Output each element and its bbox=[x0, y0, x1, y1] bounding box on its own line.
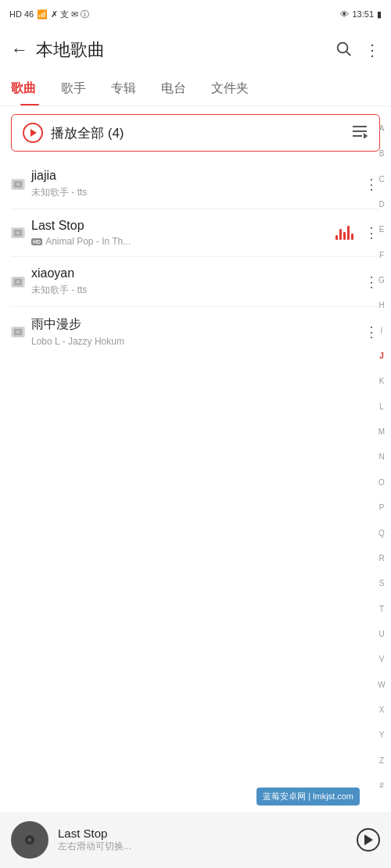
alpha-C[interactable]: C bbox=[378, 176, 384, 184]
status-eye-icon: 👁 bbox=[340, 9, 349, 19]
svg-marker-21 bbox=[364, 834, 373, 845]
search-button[interactable] bbox=[335, 40, 352, 61]
status-bar: HD 46 📶 ✗ 支 ✉ ⓘ 👁 13:51 ▮ bbox=[0, 0, 391, 28]
artist-name: Lobo L - Jazzy Hokum bbox=[31, 336, 124, 347]
now-playing-play-button[interactable] bbox=[357, 828, 380, 852]
watermark: 蓝莓安卓网 | lmkjst.com bbox=[256, 788, 360, 805]
alpha-G[interactable]: G bbox=[378, 277, 385, 284]
song-subtitle: Lobo L - Jazzy Hokum bbox=[31, 336, 363, 347]
now-playing-info: Last Stop 左右滑动可切换... bbox=[58, 827, 347, 853]
song-title: xiaoyan bbox=[31, 266, 363, 280]
alpha-A[interactable]: A bbox=[379, 125, 385, 133]
song-item[interactable]: Last Stop HD Animal Pop - In Th... ⋮ bbox=[11, 209, 380, 257]
song-title: Last Stop bbox=[31, 219, 335, 233]
album-art-icon bbox=[11, 179, 25, 190]
svg-point-14 bbox=[16, 280, 20, 284]
now-playing-controls bbox=[357, 828, 380, 852]
svg-point-11 bbox=[16, 231, 20, 234]
page-title: 本地歌曲 bbox=[36, 38, 327, 62]
status-left: HD 46 📶 ✗ 支 ✉ ⓘ bbox=[9, 9, 89, 20]
song-list: jiajia 未知歌手 - tts ⋮ Last Stop HD Animal … bbox=[0, 159, 391, 356]
status-network: HD 46 bbox=[9, 9, 34, 19]
svg-point-17 bbox=[16, 330, 20, 334]
alpha-S[interactable]: S bbox=[379, 580, 385, 588]
now-playing-avatar bbox=[11, 821, 48, 859]
alpha-E[interactable]: E bbox=[379, 226, 385, 234]
svg-marker-2 bbox=[30, 129, 37, 137]
song-title: jiajia bbox=[31, 169, 363, 183]
alpha-V[interactable]: V bbox=[379, 655, 385, 663]
tab-albums[interactable]: 专辑 bbox=[99, 72, 149, 105]
svg-point-20 bbox=[28, 838, 31, 841]
song-subtitle: HD Animal Pop - In Th... bbox=[31, 236, 335, 247]
equalizer-icon bbox=[335, 226, 353, 240]
alpha-Q[interactable]: Q bbox=[378, 530, 385, 538]
song-item[interactable]: 雨中漫步 Lobo L - Jazzy Hokum ⋮ bbox=[11, 307, 380, 356]
now-playing-subtitle: 左右滑动可切换... bbox=[58, 840, 347, 853]
status-signal: 📶 bbox=[37, 9, 48, 20]
alpha-F[interactable]: F bbox=[379, 252, 384, 259]
alpha-N[interactable]: N bbox=[378, 453, 384, 461]
album-art-icon bbox=[11, 277, 25, 288]
play-all-left: 播放全部 (4) bbox=[23, 123, 124, 143]
more-button[interactable]: ⋮ bbox=[364, 41, 380, 59]
play-all-label: 播放全部 (4) bbox=[51, 124, 124, 142]
alpha-B[interactable]: B bbox=[379, 150, 385, 158]
back-button[interactable]: ← bbox=[11, 40, 28, 60]
alpha-R[interactable]: R bbox=[378, 555, 384, 563]
album-art-icon bbox=[11, 227, 25, 238]
song-item[interactable]: jiajia 未知歌手 - tts ⋮ bbox=[11, 159, 380, 209]
alphabet-sidebar: A B C D E F G H I J K L M N O P Q R S T … bbox=[375, 125, 388, 790]
alpha-H[interactable]: H bbox=[378, 302, 384, 309]
alpha-L[interactable]: L bbox=[379, 403, 384, 411]
status-icons: ✗ 支 ✉ ⓘ bbox=[51, 9, 89, 20]
alpha-U[interactable]: U bbox=[378, 630, 384, 638]
alpha-K[interactable]: K bbox=[379, 377, 385, 385]
sort-icon[interactable] bbox=[351, 124, 368, 142]
alpha-Z[interactable]: Z bbox=[379, 757, 384, 765]
song-right: ⋮ bbox=[335, 224, 380, 241]
artist-name: 未知歌手 - tts bbox=[31, 186, 87, 199]
hd-badge: HD bbox=[31, 238, 42, 245]
song-item[interactable]: xiaoyan 未知歌手 - tts ⋮ bbox=[11, 257, 380, 307]
svg-point-8 bbox=[16, 183, 20, 186]
song-info: xiaoyan 未知歌手 - tts bbox=[31, 266, 363, 297]
alpha-J[interactable]: J bbox=[379, 352, 384, 360]
song-subtitle: 未知歌手 - tts bbox=[31, 284, 363, 297]
tab-artists[interactable]: 歌手 bbox=[48, 72, 99, 105]
alpha-W[interactable]: W bbox=[378, 681, 385, 689]
song-title: 雨中漫步 bbox=[31, 316, 363, 333]
alpha-Y[interactable]: Y bbox=[379, 731, 385, 739]
header: ← 本地歌曲 ⋮ bbox=[0, 28, 391, 72]
alpha-hash[interactable]: # bbox=[379, 782, 384, 790]
alpha-M[interactable]: M bbox=[378, 428, 385, 436]
artist-name: Animal Pop - In Th... bbox=[45, 236, 131, 247]
svg-point-0 bbox=[338, 42, 348, 52]
album-art-icon bbox=[11, 327, 25, 338]
song-info: jiajia 未知歌手 - tts bbox=[31, 169, 363, 199]
alpha-T[interactable]: T bbox=[379, 605, 384, 613]
now-playing-bar[interactable]: Last Stop 左右滑动可切换... bbox=[0, 812, 391, 868]
now-playing-title: Last Stop bbox=[58, 827, 347, 840]
tab-bar: 歌曲 歌手 专辑 电台 文件夹 bbox=[0, 72, 391, 106]
alpha-P[interactable]: P bbox=[379, 504, 385, 512]
play-circle-icon bbox=[23, 123, 43, 143]
header-icons: ⋮ bbox=[335, 40, 380, 61]
alpha-X[interactable]: X bbox=[379, 706, 385, 714]
alpha-I[interactable]: I bbox=[381, 327, 383, 335]
tab-folders[interactable]: 文件夹 bbox=[199, 72, 261, 105]
status-battery: ▮ bbox=[377, 9, 382, 20]
song-info: Last Stop HD Animal Pop - In Th... bbox=[31, 219, 335, 247]
tab-songs[interactable]: 歌曲 bbox=[11, 72, 48, 105]
svg-line-1 bbox=[346, 52, 350, 55]
artist-name: 未知歌手 - tts bbox=[31, 284, 87, 297]
song-subtitle: 未知歌手 - tts bbox=[31, 186, 363, 199]
status-time: 13:51 bbox=[352, 9, 374, 19]
status-right: 👁 13:51 ▮ bbox=[340, 9, 382, 20]
tab-radio[interactable]: 电台 bbox=[149, 72, 199, 105]
alpha-D[interactable]: D bbox=[378, 201, 384, 209]
song-info: 雨中漫步 Lobo L - Jazzy Hokum bbox=[31, 316, 363, 347]
play-all-bar[interactable]: 播放全部 (4) bbox=[11, 114, 380, 152]
alpha-O[interactable]: O bbox=[378, 479, 385, 487]
